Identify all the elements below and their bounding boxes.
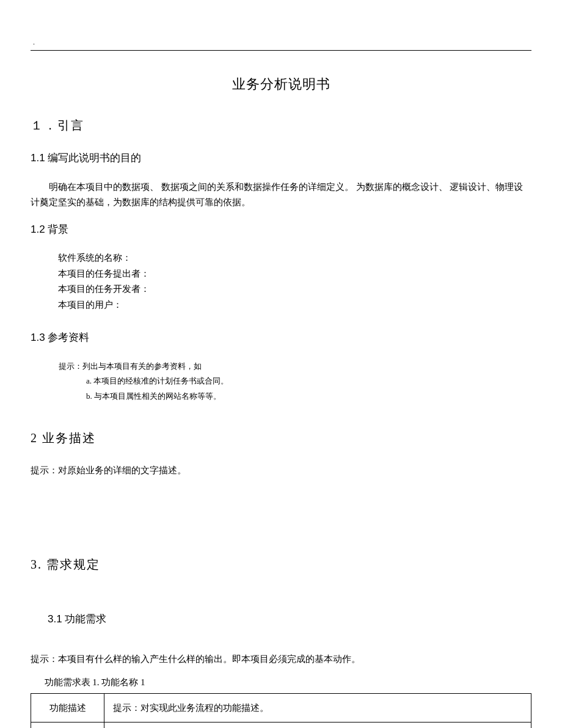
functional-requirement-table: 功能描述 提示：对实现此业务流程的功能描述。 支持文件 提示：与此业务有关的输入… (31, 693, 531, 728)
section-1-1-paragraph: 明确在本项目中的数据项、 数据项之间的关系和数据操作任务的详细定义。 为数据库的… (31, 180, 531, 211)
cell-value-function-desc: 提示：对实现此业务流程的功能描述。 (104, 693, 531, 723)
table-row: 功能描述 提示：对实现此业务流程的功能描述。 (31, 693, 531, 723)
functional-req-table-caption: 功能需求表 1. 功能名称 1 (45, 675, 532, 690)
section-3-1-heading: 3.1 功能需求 (48, 611, 531, 627)
section-1-1-heading: 1.1 编写此说明书的目的 (31, 150, 531, 166)
reference-hint: 提示：列出与本项目有关的参考资料，如 (59, 359, 532, 374)
document-title: 业务分析说明书 (31, 74, 531, 94)
cell-value-support-file: 提示：与此业务有关的输入输出原始图表及名称。 (104, 723, 531, 728)
reference-item-b: b. 与本项目属性相关的网站名称等等。 (86, 389, 531, 404)
section-1-3-heading: 1.3 参考资料 (31, 330, 531, 346)
section-1-2-heading: 1.2 背景 (31, 222, 531, 238)
cell-label-function-desc: 功能描述 (31, 693, 104, 723)
section-3-heading: 3. 需求规定 (31, 555, 531, 573)
section-3-1-hint: 提示：本项目有什么样的输入产生什么样的输出。即本项目必须完成的基本动作。 (31, 652, 531, 668)
section-2-heading: 2 业务描述 (31, 429, 531, 447)
section-2-hint: 提示：对原始业务的详细的文字描述。 (31, 463, 531, 479)
section-1-heading: １．引言 (31, 116, 531, 134)
reference-item-a: a. 本项目的经核准的计划任务书或合同。 (86, 374, 531, 389)
background-field-list: 软件系统的名称： 本项目的任务提出者： 本项目的任务开发者： 本项目的用户： (58, 250, 531, 313)
field-task-developer: 本项目的任务开发者： (58, 282, 531, 297)
field-task-proposer: 本项目的任务提出者： (58, 266, 531, 282)
header-rule (31, 50, 531, 51)
table-row: 支持文件 提示：与此业务有关的输入输出原始图表及名称。 (31, 723, 531, 728)
field-software-name: 软件系统的名称： (58, 250, 531, 266)
field-project-user: 本项目的用户： (58, 297, 531, 313)
header-marker: . (33, 37, 531, 48)
cell-label-support-file: 支持文件 (31, 723, 104, 728)
